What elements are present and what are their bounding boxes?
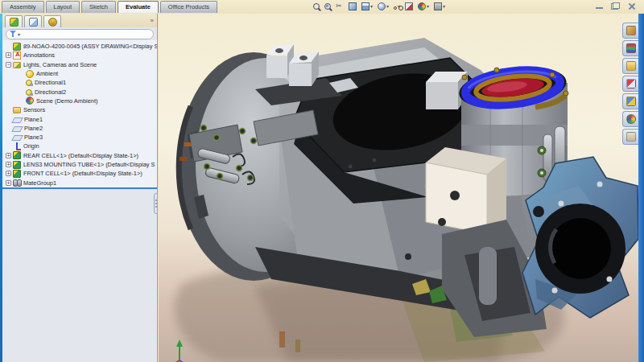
propertymanager-icon bbox=[29, 18, 38, 27]
featuremanager-design-tree-tab[interactable] bbox=[5, 15, 23, 27]
tree-item-plane2[interactable]: Plane2 bbox=[2, 124, 157, 133]
expander-icon[interactable]: − bbox=[6, 62, 11, 68]
title-toolbar-row: AssemblyLayoutSketchEvaluateOffice Produ… bbox=[0, 0, 644, 14]
origin-icon bbox=[13, 142, 21, 150]
dropdown-caret-icon[interactable]: ▾ bbox=[427, 2, 429, 10]
hide-show-items-icon bbox=[394, 6, 397, 10]
display-style-icon bbox=[378, 2, 386, 10]
tree-filter-input[interactable]: ▾ bbox=[6, 29, 154, 39]
view-palette-button[interactable] bbox=[622, 76, 638, 92]
tree-item-lights-cameras-and-scen[interactable]: −Lights, Cameras and Scene bbox=[2, 60, 157, 69]
folder-scene-icon bbox=[13, 62, 21, 68]
custom-properties-button[interactable] bbox=[622, 129, 638, 145]
tree-item-label: FRONT CELL<1> (Default<Display State-1>) bbox=[23, 170, 142, 177]
zoom-to-area-icon bbox=[324, 3, 331, 10]
tree-item-label: Plane1 bbox=[24, 116, 43, 123]
tree-item-scene-demo-ambient[interactable]: Scene (Demo Ambient) bbox=[2, 97, 157, 105]
panel-overflow-chevron[interactable]: » bbox=[151, 17, 154, 24]
featuremanager-panel: » ▾ 89-NOAO-4200-0045 (ASSY DRAWING<Disp… bbox=[2, 14, 158, 362]
hide-show-items-button[interactable]: ▾ bbox=[393, 2, 401, 11]
view-orientation-button[interactable]: ▾ bbox=[361, 2, 374, 11]
property-tab-builder-icon bbox=[626, 97, 636, 106]
tree-item-origin[interactable]: Origin bbox=[2, 142, 157, 150]
tree-item-plane3[interactable]: Plane3 bbox=[2, 133, 157, 142]
tree-item-rear-cell-1-default-d[interactable]: +REAR CELL<1> (Default<Display State-1>) bbox=[2, 151, 157, 160]
display-style-button[interactable]: ▾ bbox=[377, 2, 390, 11]
section-view-button[interactable] bbox=[348, 2, 357, 11]
tree-item-mategroup1[interactable]: +MateGroup1 bbox=[2, 178, 157, 187]
panel-splitter-handle[interactable] bbox=[154, 193, 158, 214]
heads-up-view-toolbar: ▾▾▾▾▾ bbox=[312, 2, 446, 11]
viewport[interactable] bbox=[159, 14, 638, 362]
design-tree-icon bbox=[10, 18, 19, 27]
tree-item-label: Sensors bbox=[23, 106, 45, 113]
design-library-icon bbox=[626, 43, 636, 53]
minimize-icon[interactable] bbox=[595, 2, 604, 10]
zoom-to-fit-button[interactable] bbox=[312, 2, 320, 10]
tree-item-label: Scene (Demo Ambient) bbox=[36, 97, 97, 105]
window-controls bbox=[595, 2, 636, 10]
tree-item-directional1[interactable]: Directional1 bbox=[2, 78, 157, 87]
file-explorer-button[interactable] bbox=[622, 58, 638, 74]
tab-office-products[interactable]: Office Products bbox=[160, 1, 217, 13]
filter-funnel-icon bbox=[10, 31, 16, 37]
view-orientation-icon bbox=[361, 2, 369, 10]
appearances-scenes-icon bbox=[626, 114, 636, 124]
tree-item-label: REAR CELL<1> (Default<Display State-1>) bbox=[23, 152, 138, 159]
close-icon[interactable] bbox=[627, 2, 636, 10]
expander-icon[interactable]: + bbox=[6, 171, 11, 176]
tab-evaluate[interactable]: Evaluate bbox=[118, 1, 159, 13]
tree-item-lens3-mounting-tube-1[interactable]: +LENS3 MOUNTING TUBE<1> (Default<Display… bbox=[2, 160, 157, 169]
mategroup-icon bbox=[13, 179, 21, 187]
property-tab-builder-button[interactable] bbox=[622, 93, 638, 109]
expander-icon[interactable]: + bbox=[6, 153, 11, 158]
propertymanager-tab[interactable] bbox=[24, 15, 42, 27]
featuremanager-panel-tabs: » bbox=[2, 14, 157, 27]
tree-item-label: Lights, Cameras and Scene bbox=[23, 61, 97, 68]
tab-layout[interactable]: Layout bbox=[46, 1, 80, 13]
edit-appearance-icon bbox=[405, 2, 413, 10]
section-view-icon bbox=[349, 2, 357, 10]
solidworks-resources-icon bbox=[626, 26, 636, 35]
edit-appearance-button[interactable] bbox=[404, 2, 414, 11]
dropdown-caret-icon[interactable]: ▾ bbox=[386, 2, 389, 10]
tree-item-front-cell-1-default[interactable]: +FRONT CELL<1> (Default<Display State-1>… bbox=[2, 169, 157, 178]
tree-item-sensors[interactable]: Sensors bbox=[2, 105, 157, 114]
previous-view-icon bbox=[336, 2, 344, 10]
tree-item-plane1[interactable]: Plane1 bbox=[2, 114, 157, 123]
expander-icon[interactable]: + bbox=[6, 52, 11, 58]
tree-item-annotations[interactable]: +Annotations bbox=[2, 51, 157, 60]
feature-tree: 89-NOAO-4200-0045 (ASSY DRAWING<Display … bbox=[2, 40, 157, 189]
configurationmanager-tab[interactable] bbox=[43, 15, 61, 27]
file-explorer-icon bbox=[626, 61, 636, 71]
zoom-to-area-button[interactable] bbox=[324, 2, 332, 10]
tree-item-label: Ambient bbox=[36, 70, 58, 77]
restore-icon[interactable] bbox=[611, 2, 620, 10]
tree-item-ambient[interactable]: Ambient bbox=[2, 69, 157, 78]
tree-item-label: Plane2 bbox=[24, 125, 43, 132]
expander-icon[interactable]: + bbox=[6, 180, 11, 186]
tree-item-89-noao-4200-0045-assy[interactable]: 89-NOAO-4200-0045 (ASSY DRAWING<Display … bbox=[2, 42, 157, 51]
design-library-button[interactable] bbox=[622, 40, 638, 56]
dropdown-caret-icon[interactable]: ▾ bbox=[370, 2, 373, 10]
annotations-icon bbox=[13, 51, 21, 60]
filter-row: ▾ bbox=[2, 27, 157, 40]
tab-sketch[interactable]: Sketch bbox=[81, 1, 116, 13]
tree-item-directional2[interactable]: Directional2 bbox=[2, 87, 157, 96]
tree-item-label: Directional2 bbox=[35, 88, 66, 96]
zoom-to-fit-icon bbox=[313, 3, 320, 10]
dropdown-caret-icon[interactable]: ▾ bbox=[443, 2, 445, 10]
apply-scene-button[interactable]: ▾ bbox=[417, 2, 430, 11]
ribbon-tabs: AssemblyLayoutSketchEvaluateOffice Produ… bbox=[2, 1, 217, 13]
previous-view-button[interactable] bbox=[335, 2, 345, 11]
expander-icon[interactable]: + bbox=[6, 162, 11, 167]
folder-icon bbox=[13, 107, 21, 113]
solidworks-resources-button[interactable] bbox=[622, 23, 638, 39]
filter-caret-icon[interactable]: ▾ bbox=[18, 31, 20, 37]
configurationmanager-icon bbox=[48, 18, 57, 27]
tab-assembly[interactable]: Assembly bbox=[2, 1, 44, 13]
plane-icon bbox=[11, 126, 23, 132]
part-icon bbox=[13, 151, 21, 159]
appearances-scenes-button[interactable] bbox=[622, 111, 638, 127]
view-settings-button[interactable]: ▾ bbox=[433, 2, 446, 11]
